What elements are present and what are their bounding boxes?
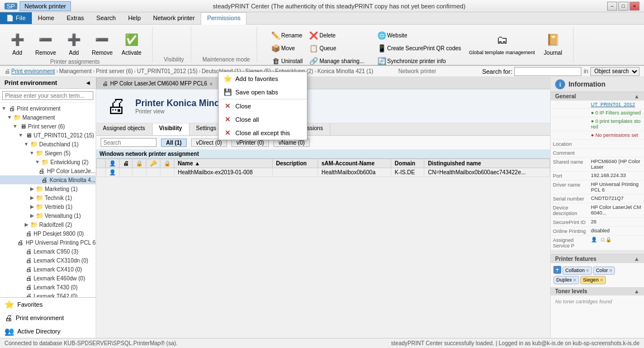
breadcrumb-item-7[interactable]: Konica Minolta 421 (1) [318, 68, 373, 74]
breadcrumb-item-3[interactable]: UT_PRINT01_2012 (15) [137, 68, 197, 74]
info-scroll-bar[interactable] [551, 250, 644, 255]
nav-item[interactable]: ⭐Favorites [0, 298, 96, 311]
tab-file[interactable]: 📄 File [0, 12, 32, 24]
printer-info-button[interactable]: 🔄 Synchronize printer info [375, 55, 464, 67]
tree-item[interactable]: 🖨Lexmark CX310dn (0) [0, 256, 96, 265]
tree-item[interactable]: ▼📁Entwicklung (2) [0, 158, 96, 166]
tree-item[interactable]: ▼📁Siegen (5) [0, 149, 96, 158]
context-menu-item-3[interactable]: ✕Close all [219, 113, 307, 126]
tab-home[interactable]: Home [32, 12, 60, 24]
add-feature-button[interactable]: + [553, 266, 561, 274]
tree-item[interactable]: 🖨HP Universal Printing PCL 6 [0, 238, 96, 247]
search-type-select[interactable]: Object search [590, 67, 640, 76]
tree-item[interactable]: 🖨Lexmark E460dw (0) [0, 274, 96, 283]
rename-button[interactable]: ✏️ Rename [268, 29, 305, 41]
manage-sharing-button[interactable]: 🔗 Manage sharing... [306, 55, 367, 67]
tree-item[interactable]: ▶📁Radolfzell (2) [0, 220, 96, 229]
tab-close-button[interactable]: × [210, 80, 213, 87]
info-row: Driver nameHP Universal Printing PCL 6 [551, 180, 644, 194]
tree-item[interactable]: ▶📁Verwaltung (1) [0, 211, 96, 220]
context-menu-item-4[interactable]: ✕Close all except this [219, 126, 307, 140]
info-header: i Information [551, 77, 644, 92]
tree-item[interactable]: ▼📁Management [0, 113, 96, 122]
tree-search-input[interactable] [2, 91, 93, 100]
tree-item[interactable]: ▶📁Marketing (1) [0, 184, 96, 193]
close-icon: ✕ [223, 128, 232, 137]
col-header-icon-2[interactable]: 🖨 [120, 159, 132, 168]
remove2-button[interactable]: ➖ Remove [88, 29, 116, 58]
tree-item[interactable]: 🖨HP Deskjet 9800 (0) [0, 229, 96, 238]
tree-item[interactable]: 🖨Lexmark C950 (3) [0, 247, 96, 256]
context-menu-item-1[interactable]: 💾Save open tabs [219, 85, 307, 99]
network-printer-tab[interactable]: Network printer [20, 1, 72, 11]
table-row[interactable]: 👤 HealthMailbox-ex2019-01-008 HealthMail… [97, 168, 550, 177]
collapse-general[interactable]: ▲ [634, 93, 640, 99]
tree-item[interactable]: 🖨HP Color LaserJe... [0, 166, 96, 175]
tree-item[interactable]: ▼🖥UT_PRINT01_2012 (15) [0, 131, 96, 140]
tree-item[interactable]: 🖨Konica Minolta 4... [0, 175, 96, 184]
remove-feature-button[interactable]: × [573, 277, 576, 283]
search-input[interactable] [514, 67, 581, 76]
tree-item[interactable]: ▼🖨Print environment [0, 104, 96, 113]
context-menu-item-0[interactable]: ⭐Add to favorites [219, 72, 307, 85]
collapse-button[interactable]: ◄ [85, 79, 91, 86]
journal-button[interactable]: 📔 Journal [540, 29, 566, 58]
tree-item[interactable]: 🖨Lexmark T642 (0) [0, 292, 96, 297]
col-header-icon-4[interactable]: 🔑 [146, 159, 160, 168]
col-header[interactable]: Distinguished name [424, 159, 550, 168]
tree-item[interactable]: ▼📁Deutschland (1) [0, 140, 96, 149]
col-header[interactable]: Domain [391, 159, 424, 168]
content-tab[interactable]: Assigned objects [96, 123, 153, 135]
col-header-icon-1[interactable]: 👤 [106, 159, 120, 168]
breadcrumb-item-1[interactable]: Management [59, 68, 92, 74]
move-button[interactable]: 📦 Move [268, 42, 305, 54]
tree-item[interactable]: 🖨Lexmark T430 (0) [0, 283, 96, 292]
tree-item[interactable]: ▶📁Technik (1) [0, 193, 96, 202]
queue-button[interactable]: 📋 Queue [306, 42, 367, 54]
collapse-features[interactable]: ▲ [634, 256, 640, 262]
remove-feature-button[interactable]: × [586, 268, 589, 274]
col-header[interactable]: Description [272, 159, 318, 168]
add-button[interactable]: ➕ Add [4, 29, 30, 58]
create-qr-button[interactable]: 📱 Create SecurePrint QR codes [375, 42, 464, 54]
content-tab[interactable]: Visibility [153, 123, 190, 135]
remove-feature-button[interactable]: × [609, 268, 612, 274]
menu-icon: ⭐ [223, 74, 232, 83]
nav-item[interactable]: 👥Active Directory [0, 325, 96, 338]
delete-button[interactable]: ❌ Delete [306, 29, 367, 41]
context-menu-item-2[interactable]: ✕Close [219, 99, 307, 113]
filter-button[interactable]: All (1) [161, 139, 187, 147]
uninstall-button[interactable]: 🗑 Uninstall [268, 55, 305, 67]
tree-item[interactable]: ▼🖥Print server (6) [0, 122, 96, 131]
info-row: Serial numberCNDTD721Q7 [551, 194, 644, 203]
website-button[interactable]: 🌐 Website [375, 29, 464, 41]
add2-button[interactable]: ➕ Add [61, 29, 87, 58]
minimize-button[interactable]: − [607, 2, 617, 11]
filter-search-input[interactable] [101, 138, 157, 147]
server-link[interactable]: UT_PRINT01_2012 [591, 102, 635, 107]
col-header-icon-0[interactable] [97, 159, 106, 168]
tab-network-printer[interactable]: Network printer [147, 12, 201, 24]
nav-item[interactable]: 🖨Print environment [0, 311, 96, 325]
tab-help[interactable]: Help [122, 12, 147, 24]
tree-item[interactable]: ▶📁Vertrieb (1) [0, 202, 96, 211]
tab-extras[interactable]: Extras [60, 12, 90, 24]
breadcrumb-item-0[interactable]: Print environment [11, 68, 55, 74]
restore-button[interactable]: □ [618, 2, 628, 11]
global-template-button[interactable]: 🗂 Global template management [465, 29, 539, 57]
feature-tag: Collation× [562, 266, 592, 275]
remove-button[interactable]: ➖ Remove [31, 29, 60, 58]
col-header-icon-5[interactable]: 🔒 [160, 159, 174, 168]
document-tab[interactable]: 🖨HP Color LaserJet CM6040 MFP PCL6× [96, 78, 219, 89]
collapse-toner[interactable]: ▲ [634, 288, 640, 294]
col-header[interactable]: sAM-Account-Name [318, 159, 391, 168]
col-header-icon-3[interactable]: 🔒 [132, 159, 146, 168]
activate-button[interactable]: ✅ Activate [118, 29, 146, 58]
tab-search[interactable]: Search [90, 12, 122, 24]
tab-permissions[interactable]: Permissions [201, 12, 247, 25]
breadcrumb-item-2[interactable]: Print server (6) [96, 68, 132, 74]
tree-item[interactable]: 🖨Lexmark CX410 (0) [0, 265, 96, 274]
col-header[interactable]: Name ▲ [174, 159, 273, 168]
close-button[interactable]: × [629, 2, 640, 11]
remove-feature-button[interactable]: × [600, 277, 603, 283]
